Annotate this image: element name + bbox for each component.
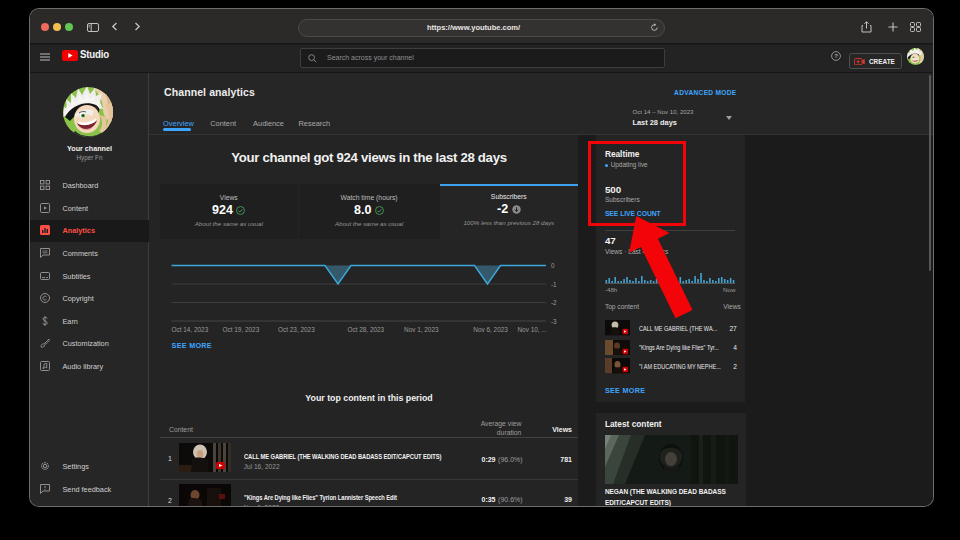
svg-text:Nov 10, ...: Nov 10, ... [518, 325, 547, 332]
svg-text:?: ? [834, 53, 838, 59]
svg-text:Oct 28, 2023: Oct 28, 2023 [348, 325, 385, 332]
svg-text:Nov 1, 2023: Nov 1, 2023 [404, 325, 439, 332]
svg-text:Oct 23, 2023: Oct 23, 2023 [278, 325, 315, 332]
svg-text:-3: -3 [551, 317, 557, 324]
svg-text:Oct 19, 2023: Oct 19, 2023 [223, 325, 260, 332]
svg-text:0: 0 [551, 262, 555, 269]
svg-text:-1: -1 [551, 280, 557, 287]
svg-text:Nov 6, 2023: Nov 6, 2023 [473, 325, 508, 332]
svg-text:Oct 14, 2023: Oct 14, 2023 [172, 325, 209, 332]
svg-text:-2: -2 [551, 299, 557, 306]
